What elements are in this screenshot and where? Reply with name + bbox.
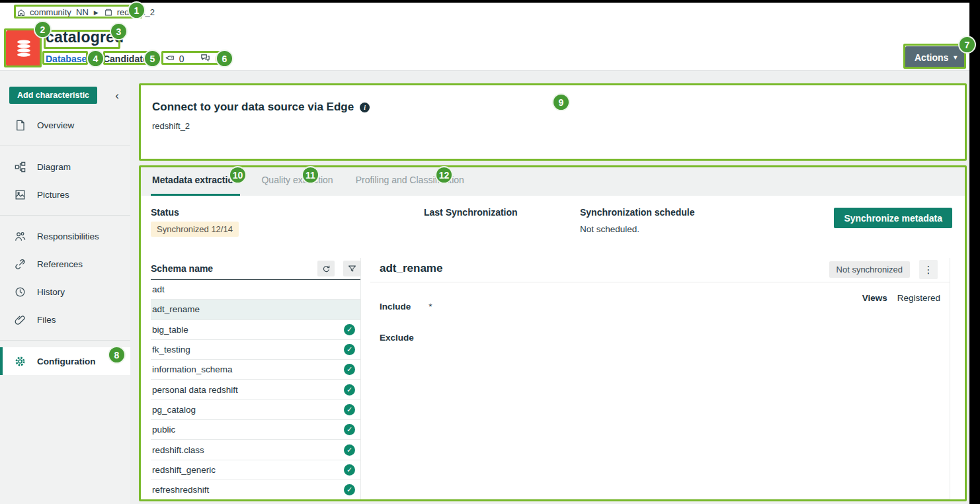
- schema-name: adt_rename: [152, 304, 200, 314]
- filter-button[interactable]: [343, 261, 360, 276]
- tab-metadata-extraction[interactable]: Metadata extraction: [151, 166, 240, 196]
- tag-count[interactable]: 0: [164, 52, 184, 65]
- status-badge: Synchronized 12/14: [151, 222, 239, 237]
- comments-icon: [200, 52, 211, 65]
- refresh-button[interactable]: [317, 261, 335, 276]
- synchronized-check-icon: ✓: [344, 484, 355, 495]
- sidebar-item-label: Files: [37, 315, 56, 325]
- schema-row-refreshredshift[interactable]: refreshredshift✓: [151, 480, 360, 500]
- schema-row-fk-testing[interactable]: fk_testing✓: [151, 340, 360, 360]
- document-icon: [14, 119, 26, 132]
- synchronized-check-icon: ✓: [344, 344, 355, 355]
- meta-dot-separator: ·: [93, 54, 97, 64]
- screen-edge-right: [969, 0, 980, 504]
- schema-row-public[interactable]: public✓: [151, 420, 360, 440]
- chevron-down-icon: ▾: [954, 54, 957, 61]
- sidebar-item-label: Configuration: [37, 357, 95, 366]
- sidebar-item-label: References: [37, 259, 83, 269]
- schema-row-information-schema[interactable]: information_schema✓: [151, 360, 360, 380]
- edge-source-name: redshift_2: [152, 121, 190, 131]
- schema-name: information_schema: [152, 364, 233, 374]
- sidebar-collapse-icon[interactable]: ‹: [112, 89, 122, 103]
- sync-schedule-value: Not scheduled.: [580, 224, 639, 234]
- app-root: community_NN ▶ redshift_2 catalogred Dat…: [0, 0, 980, 504]
- synchronized-check-icon: ✓: [344, 464, 355, 476]
- synchronized-check-icon: ✓: [344, 404, 355, 415]
- sidebar-item-diagram[interactable]: Diagram: [0, 153, 130, 181]
- picture-icon: [14, 189, 26, 201]
- schema-list-header: Schema name: [151, 258, 360, 280]
- schema-name: personal data redshift: [152, 385, 238, 395]
- sidebar-item-responsibilities[interactable]: Responsibilities: [0, 222, 130, 250]
- kebab-menu-button[interactable]: ⋮: [919, 260, 938, 279]
- schema-row-adt-rename[interactable]: adt_rename: [151, 300, 360, 319]
- asset-type-link[interactable]: Database: [46, 54, 87, 64]
- comment-count[interactable]: 0: [200, 52, 220, 65]
- sidebar-item-references[interactable]: References: [0, 250, 130, 278]
- sidebar-item-files[interactable]: Files: [0, 306, 130, 333]
- schema-name: redshift.class: [152, 445, 204, 455]
- synchronize-metadata-button[interactable]: Synchronize metadata: [834, 208, 952, 228]
- include-label: Include: [380, 302, 411, 312]
- asset-box-icon: [104, 8, 113, 17]
- schema-row-personal-data-redshift[interactable]: personal data redshift✓: [151, 380, 360, 399]
- schema-name: public: [152, 425, 175, 435]
- sidebar-divider: [0, 340, 130, 341]
- views-registered-row: Views Registered: [862, 293, 940, 303]
- sidebar-divider: [0, 146, 130, 146]
- database-asset-icon: [6, 30, 42, 66]
- breadcrumb-asset[interactable]: redshift_2: [117, 7, 155, 17]
- community-icon: [17, 8, 26, 17]
- not-synchronized-badge: Not synchronized: [829, 261, 910, 278]
- include-row: Include *: [380, 302, 432, 312]
- sidebar-item-label: Overview: [37, 120, 74, 130]
- synchronized-check-icon: ✓: [344, 364, 355, 375]
- people-icon: [14, 230, 26, 243]
- sidebar-item-overview[interactable]: Overview: [0, 111, 130, 139]
- schema-row-pg-catalog[interactable]: pg_catalog✓: [151, 400, 360, 420]
- views-toggle[interactable]: Views: [862, 293, 887, 303]
- synchronized-check-icon: ✓: [344, 424, 355, 435]
- schema-name: fk_testing: [152, 345, 190, 355]
- tag-icon: [164, 52, 175, 65]
- gear-icon: [14, 355, 26, 368]
- synchronized-check-icon: ✓: [344, 324, 355, 335]
- sync-schedule-label: Synchronization schedule: [580, 207, 694, 218]
- extraction-tabs: Metadata extractionQuality extractionPro…: [140, 166, 965, 196]
- sidebar-item-pictures[interactable]: Pictures: [0, 181, 130, 208]
- synchronized-check-icon: ✓: [344, 444, 355, 456]
- sidebar-item-label: History: [37, 287, 65, 297]
- page-title: catalogred: [46, 28, 124, 46]
- table-divider: [360, 258, 361, 501]
- paperclip-icon: [14, 314, 26, 326]
- exclude-label: Exclude: [380, 333, 414, 343]
- schema-name: big_table: [152, 325, 188, 335]
- schema-row-redshift-class[interactable]: redshift.class✓: [151, 440, 360, 460]
- tab-quality-extraction[interactable]: Quality extraction: [260, 166, 334, 196]
- sidebar-item-history[interactable]: History: [0, 278, 130, 306]
- registered-toggle[interactable]: Registered: [897, 293, 940, 303]
- breadcrumb-community[interactable]: community_NN: [30, 7, 89, 17]
- schema-row-redshift-generic[interactable]: redshift_generic✓: [151, 460, 360, 480]
- sidebar: Add characteristic ‹ OverviewDiagramPict…: [0, 71, 130, 504]
- actions-button[interactable]: Actions ▾: [905, 46, 966, 68]
- asset-header: community_NN ▶ redshift_2 catalogred Dat…: [0, 0, 969, 70]
- edge-panel-title: Connect to your data source via Edge: [152, 101, 354, 114]
- schema-row-adt[interactable]: adt: [151, 280, 360, 300]
- include-value[interactable]: *: [429, 302, 432, 312]
- schema-name: refreshredshift: [152, 485, 209, 495]
- sidebar-divider: [0, 215, 130, 216]
- schema-name: pg_catalog: [152, 405, 196, 415]
- info-icon[interactable]: i: [360, 103, 370, 112]
- schema-row-big-table[interactable]: big_table✓: [151, 320, 360, 340]
- detail-header: adt_rename Not synchronized ⋮: [370, 258, 950, 282]
- add-characteristic-button[interactable]: Add characteristic: [9, 87, 97, 104]
- last-sync-label: Last Synchronization: [424, 207, 518, 218]
- edge-panel: Connect to your data source via Edge i r…: [140, 85, 965, 159]
- sidebar-item-configuration[interactable]: Configuration: [0, 347, 130, 375]
- tab-profiling-and-classification[interactable]: Profiling and Classification: [354, 166, 466, 196]
- screen-edge-top: [0, 0, 980, 3]
- sidebar-item-label: Diagram: [37, 162, 71, 172]
- asset-status-label[interactable]: Candidate: [103, 54, 148, 64]
- breadcrumb: community_NN ▶ redshift_2: [17, 7, 155, 17]
